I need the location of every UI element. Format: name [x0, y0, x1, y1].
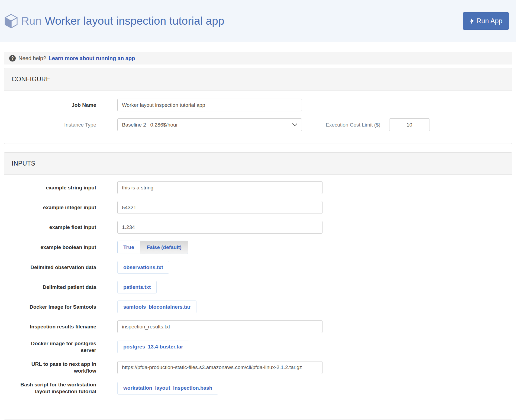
bash-script-file-chip[interactable]: workstation_layout_inspection.bash: [117, 382, 218, 395]
cost-limit-input[interactable]: [389, 118, 430, 131]
samtools-docker-row: Docker image for Samtools samtools_bioco…: [15, 301, 504, 313]
float-input-row: example float input: [15, 221, 504, 234]
job-name-label: Job Name: [15, 102, 96, 108]
inputs-panel: INPUTS example string input example inte…: [4, 152, 512, 419]
postgres-docker-row: Docker image for postgres server postgre…: [15, 340, 504, 354]
boolean-true-button[interactable]: True: [118, 241, 140, 254]
configure-body: Job Name Instance Type Baseline 2 0.286$…: [4, 91, 512, 144]
samtools-docker-label: Docker image for Samtools: [15, 303, 96, 310]
observation-data-label: Delimited observation data: [15, 264, 96, 271]
job-name-row: Job Name: [15, 99, 504, 111]
integer-input[interactable]: [117, 201, 322, 214]
app-name: Worker layout inspection tutorial app: [45, 15, 224, 27]
postgres-docker-label: Docker image for postgres server: [15, 340, 96, 354]
boolean-toggle-group: True False (default): [117, 241, 188, 254]
run-app-button-label: Run App: [476, 17, 502, 25]
inputs-section-title: INPUTS: [4, 153, 512, 175]
url-input-label: URL to pass to next app in workflow: [15, 361, 96, 374]
float-input-label: example float input: [15, 224, 96, 231]
inputs-body: example string input example integer inp…: [4, 175, 512, 419]
help-bar: ? Need help? Learn more about running an…: [4, 52, 512, 64]
lightning-bolt-icon: [469, 18, 474, 25]
integer-input-label: example integer input: [15, 204, 96, 211]
app-cube-icon: [4, 14, 18, 28]
patient-data-row: Delimited patient data patients.txt: [15, 281, 504, 293]
float-input[interactable]: [117, 221, 322, 234]
bash-script-label: Bash script for the workstation layout i…: [15, 381, 96, 395]
question-mark-icon: ?: [9, 55, 16, 62]
boolean-input-row: example boolean input True False (defaul…: [15, 241, 504, 254]
boolean-false-button[interactable]: False (default): [140, 241, 188, 254]
results-filename-label: Inspection results filename: [15, 323, 96, 330]
bash-script-row: Bash script for the workstation layout i…: [15, 381, 504, 395]
integer-input-row: example integer input: [15, 201, 504, 214]
url-input[interactable]: [117, 361, 322, 374]
configure-section-title: CONFIGURE: [4, 68, 512, 91]
string-input-row: example string input: [15, 181, 504, 194]
url-input-row: URL to pass to next app in workflow: [15, 361, 504, 374]
job-name-input[interactable]: [117, 99, 302, 111]
results-filename-row: Inspection results filename: [15, 320, 504, 333]
instance-type-select[interactable]: Baseline 2 0.286$/hour: [117, 118, 302, 131]
instance-type-value: Baseline 2 0.286$/hour: [122, 122, 178, 128]
page-title-prefix: Run: [21, 15, 41, 27]
help-text: Need help?: [18, 55, 46, 62]
boolean-input-label: example boolean input: [15, 244, 96, 251]
patient-data-label: Delimited patient data: [15, 284, 96, 290]
results-filename-input[interactable]: [117, 320, 322, 333]
page-header: RunWorker layout inspection tutorial app…: [0, 0, 516, 42]
chevron-down-icon: [292, 123, 297, 126]
observation-file-chip[interactable]: observations.txt: [117, 261, 169, 274]
string-input[interactable]: [117, 181, 322, 194]
instance-type-row: Instance Type Baseline 2 0.286$/hour Exe…: [15, 118, 504, 131]
cost-limit-label: Execution Cost Limit ($): [326, 121, 380, 128]
run-app-button[interactable]: Run App: [463, 12, 509, 30]
instance-type-label: Instance Type: [15, 121, 96, 128]
observation-data-row: Delimited observation data observations.…: [15, 261, 504, 274]
page-title: RunWorker layout inspection tutorial app: [21, 15, 224, 27]
string-input-label: example string input: [15, 184, 96, 191]
samtools-file-chip[interactable]: samtools_biocontainers.tar: [117, 301, 196, 313]
postgres-file-chip[interactable]: postgres_13.4-buster.tar: [117, 341, 189, 353]
configure-panel: CONFIGURE Job Name Instance Type Baselin…: [4, 68, 512, 144]
patient-file-chip[interactable]: patients.txt: [117, 281, 157, 293]
learn-more-link[interactable]: Learn more about running an app: [49, 55, 135, 62]
